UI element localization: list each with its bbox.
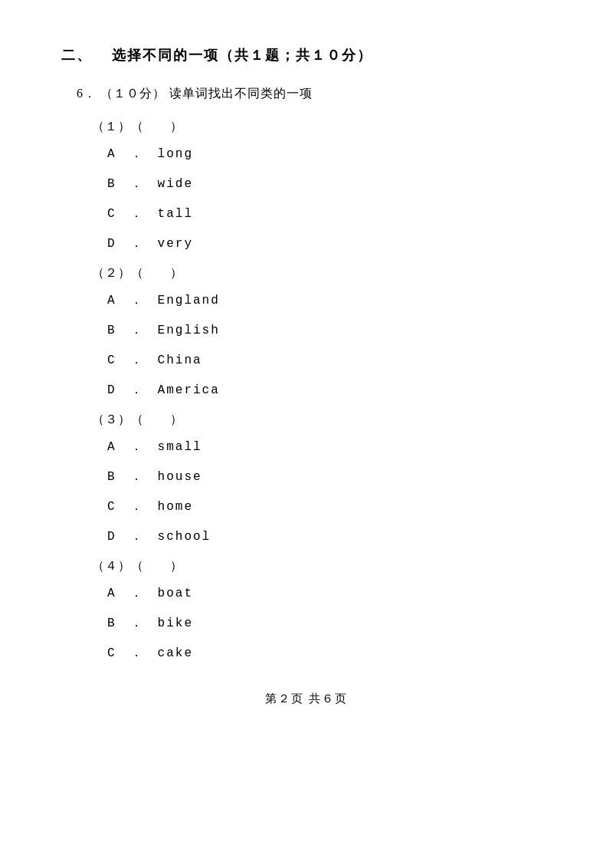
sub-questions-container: （１）（ ）A ． longB ． wideC ． tallD ． very（２… <box>61 119 552 661</box>
question-block: 6． （１０分） 读单词找出不同类的一项 （１）（ ）A ． longB ． w… <box>61 86 552 661</box>
sub-question-2: （２）（ ）A ． EnglandB ． EnglishC ． ChinaD ．… <box>61 265 552 398</box>
option-2-c: C ． China <box>107 352 552 368</box>
sub-question-label-2: （２）（ ） <box>92 265 552 281</box>
sub-question-3: （３）（ ）A ． smallB ． houseC ． homeD ． scho… <box>61 412 552 544</box>
option-1-d: D ． very <box>107 235 552 252</box>
option-4-c: C ． cake <box>107 645 552 661</box>
sub-question-label-4: （４）（ ） <box>92 558 552 574</box>
option-2-a: A ． England <box>107 292 552 308</box>
question-description: 读单词找出不同类的一项 <box>169 87 313 100</box>
option-4-b: B ． bike <box>107 615 552 631</box>
question-title: 6． （１０分） 读单词找出不同类的一项 <box>77 86 552 102</box>
option-3-b: B ． house <box>107 469 552 485</box>
sub-question-1: （１）（ ）A ． longB ． wideC ． tallD ． very <box>61 119 552 252</box>
section-header: 二、 选择不同的一项（共１题；共１０分） <box>61 46 552 64</box>
section-number: 二、 <box>61 48 92 63</box>
footer-text: 第２页 共６页 <box>265 692 348 705</box>
option-3-d: D ． school <box>107 528 552 544</box>
option-1-b: B ． wide <box>107 176 552 192</box>
option-1-c: C ． tall <box>107 205 552 222</box>
option-2-b: B ． English <box>107 322 552 338</box>
option-4-a: A ． boat <box>107 585 552 601</box>
sub-question-label-3: （３）（ ） <box>92 412 552 428</box>
sub-question-4: （４）（ ）A ． boatB ． bikeC ． cake <box>61 558 552 661</box>
option-3-c: C ． home <box>107 498 552 515</box>
option-2-d: D ． America <box>107 382 552 398</box>
section-title-text: 选择不同的一项（共１题；共１０分） <box>112 48 372 63</box>
section-title: 二、 选择不同的一项（共１题；共１０分） <box>61 46 552 64</box>
option-1-a: A ． long <box>107 146 552 162</box>
page-footer: 第２页 共６页 <box>61 692 552 706</box>
question-score: （１０分） <box>100 87 166 100</box>
sub-question-label-1: （１）（ ） <box>92 119 552 135</box>
option-3-a: A ． small <box>107 439 552 455</box>
question-number: 6． <box>77 87 97 100</box>
